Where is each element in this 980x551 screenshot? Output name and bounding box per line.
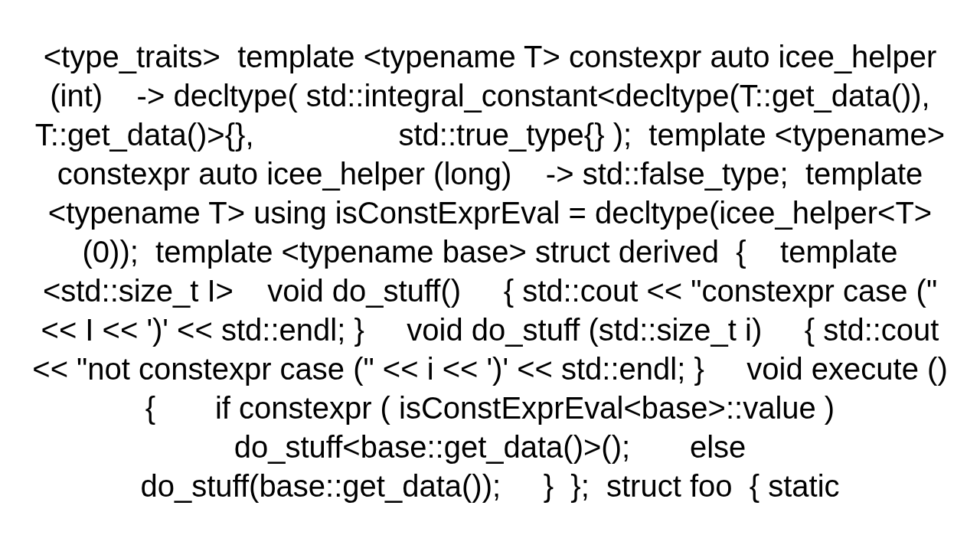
code-text-block: <type_traits> template <typename T> cons…: [0, 0, 980, 551]
code-content: <type_traits> template <typename T> cons…: [23, 37, 957, 506]
